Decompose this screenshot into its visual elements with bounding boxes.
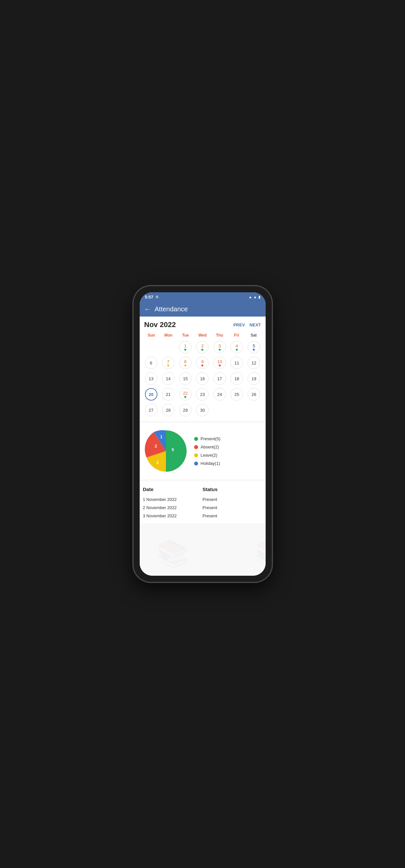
calendar-day[interactable]: 6 (143, 355, 159, 370)
calendar-day[interactable]: 27 (143, 403, 159, 417)
date-cell: 1 November 2022 (143, 497, 202, 502)
day-number: 17 (217, 377, 222, 381)
legend-absent: Absent(2) (194, 444, 262, 450)
battery-icon: ▮ (258, 295, 260, 299)
table-row: 1 November 2022Present (143, 495, 262, 503)
status-bar: 5:57 ⚙ ▲ ▲ ▮ (140, 292, 266, 302)
page-title: Attendance (155, 305, 188, 313)
calendar-grid: 1234567891011121314151617181920212223242… (143, 340, 262, 417)
day-number: 10 (217, 360, 222, 364)
day-number: 16 (200, 377, 205, 381)
calendar-day[interactable]: 29 (177, 403, 193, 417)
green-dot (236, 349, 238, 351)
day-header-mon: Mon (160, 332, 177, 338)
day-header-sat: Sat (245, 332, 262, 338)
calendar-day[interactable]: 7 (160, 355, 177, 370)
calendar-day[interactable]: 3 (212, 340, 228, 354)
svg-text:2: 2 (156, 460, 159, 465)
status-time: 5:57 (145, 294, 153, 300)
yellow-dot (167, 365, 169, 366)
month-title: Nov 2022 (144, 320, 176, 329)
svg-text:5: 5 (172, 447, 174, 452)
calendar-day[interactable]: 30 (194, 403, 211, 417)
holiday-label: Holiday(1) (201, 461, 220, 466)
calendar-day[interactable]: 16 (194, 371, 211, 386)
day-number: 30 (200, 408, 205, 412)
stats-section: 5 2 2 1 Present(5) Absent(2) (140, 423, 266, 479)
day-number: 13 (149, 377, 153, 381)
attendance-table: Date Status 1 November 2022Present2 Nove… (140, 481, 266, 523)
signal-icon: ▲ (253, 295, 257, 299)
calendar-day[interactable]: 20 (143, 387, 159, 402)
green-dot (184, 396, 186, 398)
calendar-day[interactable]: 23 (194, 387, 211, 402)
chart-legend: Present(5) Absent(2) Leave(2) Holiday(1) (189, 436, 262, 466)
calendar-day[interactable]: 26 (246, 387, 262, 402)
day-number: 28 (166, 408, 170, 412)
calendar-day[interactable]: 11 (228, 355, 245, 370)
status-cell: Present (202, 505, 262, 510)
table-body: 1 November 2022Present2 November 2022Pre… (143, 495, 262, 520)
calendar-day[interactable]: 21 (160, 387, 177, 402)
calendar-day[interactable]: 5 (246, 340, 262, 354)
calendar-day[interactable]: 2 (194, 340, 211, 354)
day-headers: Sun Mon Tue Wed Thu Fri Sat (143, 332, 262, 338)
main-content: Nov 2022 PREV NEXT Sun Mon Tue Wed Thu F… (140, 316, 266, 576)
calendar-day[interactable]: 10 (212, 355, 228, 370)
green-dot (201, 349, 203, 351)
calendar-day[interactable]: 15 (177, 371, 193, 386)
prev-button[interactable]: PREV (233, 322, 245, 328)
day-number: 24 (217, 392, 222, 397)
present-label: Present(5) (201, 436, 221, 441)
calendar-day[interactable]: 8 (177, 355, 193, 370)
calendar-day[interactable]: 9 (194, 355, 211, 370)
svg-text:1: 1 (160, 435, 162, 439)
absent-label: Absent(2) (201, 444, 219, 450)
calendar-day[interactable]: 4 (228, 340, 245, 354)
day-number: 9 (201, 360, 204, 364)
day-number: 15 (183, 377, 188, 381)
calendar-day[interactable]: 13 (143, 371, 159, 386)
day-number: 11 (235, 361, 239, 365)
calendar-day[interactable]: 17 (212, 371, 228, 386)
calendar-day[interactable]: 28 (160, 403, 177, 417)
status-column-header: Status (202, 487, 262, 492)
day-number: 22 (183, 391, 188, 395)
holiday-dot (194, 462, 198, 465)
day-number: 18 (235, 377, 239, 381)
legend-leave: Leave(2) (194, 453, 262, 458)
day-number: 7 (167, 360, 169, 364)
leave-dot (194, 453, 198, 457)
day-number: 5 (253, 344, 255, 348)
day-number: 4 (236, 344, 238, 348)
day-header-wed: Wed (194, 332, 211, 338)
calendar-day[interactable]: 18 (228, 371, 245, 386)
calendar-day[interactable]: 25 (228, 387, 245, 402)
legend-holiday: Holiday(1) (194, 461, 262, 466)
day-number: 27 (149, 408, 153, 412)
back-button[interactable]: ← (144, 305, 151, 313)
day-number: 1 (184, 344, 187, 348)
top-bar: ← Attendance (140, 302, 266, 316)
calendar-day[interactable]: 19 (246, 371, 262, 386)
calendar-section: Nov 2022 PREV NEXT Sun Mon Tue Wed Thu F… (140, 316, 266, 421)
day-header-fri: Fri (228, 332, 245, 338)
day-number: 6 (150, 361, 152, 365)
calendar-day[interactable]: 1 (177, 340, 193, 354)
status-cell: Present (202, 514, 262, 518)
day-number: 2 (201, 344, 204, 348)
day-number: 21 (166, 392, 170, 397)
leave-label: Leave(2) (201, 453, 217, 458)
day-number: 26 (252, 392, 256, 397)
legend-present: Present(5) (194, 436, 262, 441)
calendar-day[interactable]: 22 (177, 387, 193, 402)
day-header-thu: Thu (211, 332, 228, 338)
day-number: 19 (252, 377, 256, 381)
green-dot (184, 349, 186, 351)
calendar-day[interactable]: 24 (212, 387, 228, 402)
next-button[interactable]: NEXT (250, 322, 261, 328)
calendar-day[interactable]: 12 (246, 355, 262, 370)
calendar-day (228, 403, 245, 417)
calendar-day[interactable]: 14 (160, 371, 177, 386)
day-number: 25 (235, 392, 239, 397)
